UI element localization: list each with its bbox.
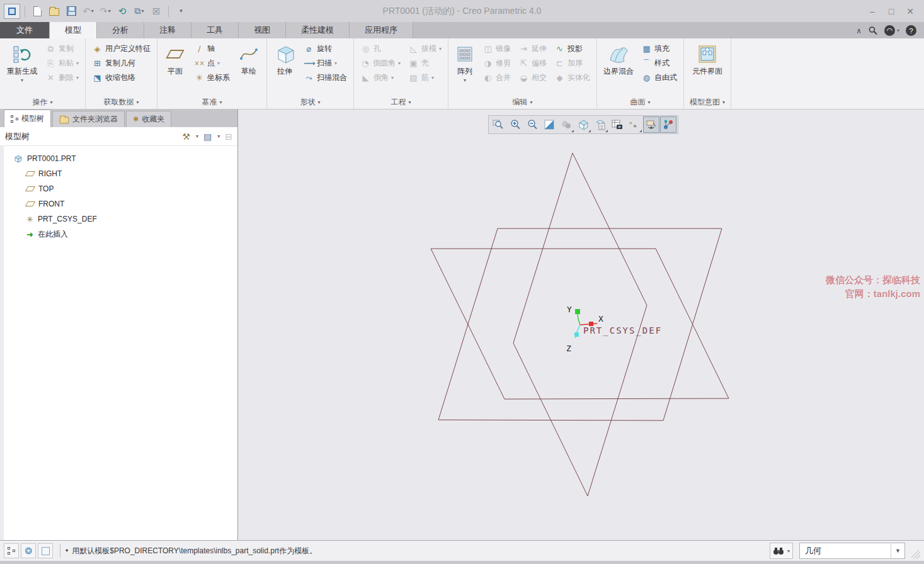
spin-center-icon[interactable]: [660, 116, 676, 133]
tree-show-icon[interactable]: ⊟: [225, 132, 232, 142]
tree-item-csys[interactable]: ✳ PRT_CSYS_DEF: [10, 212, 237, 227]
tab-model[interactable]: 模型: [50, 22, 97, 38]
annotation-display-icon[interactable]: [643, 116, 659, 133]
show-panel-button[interactable]: [38, 543, 53, 558]
close-button[interactable]: ✕: [905, 6, 915, 16]
point-button[interactable]: ××点▾: [191, 56, 232, 70]
display-style-icon[interactable]: [558, 116, 574, 133]
swept-blend-button[interactable]: ⤳扫描混合: [301, 70, 350, 85]
hole-button[interactable]: ◎孔: [358, 42, 403, 56]
zoom-in-icon[interactable]: [507, 116, 523, 133]
round-button[interactable]: ◔倒圆角▾: [358, 56, 403, 70]
group-label-operations[interactable]: 操作▾: [0, 95, 85, 109]
view-manager-icon[interactable]: [592, 116, 608, 133]
boundary-blend-button[interactable]: 边界混合: [601, 42, 636, 77]
tab-applications[interactable]: 应用程序: [350, 22, 413, 38]
sweep-button[interactable]: ⟿扫描▾: [301, 56, 350, 70]
filter-combobox[interactable]: 几何 ▼: [799, 543, 905, 559]
tree-item-front[interactable]: FRONT: [10, 196, 237, 212]
tab-favorites[interactable]: ✱ 收藏夹: [126, 111, 171, 127]
group-label-shapes[interactable]: 形状▾: [267, 95, 353, 109]
group-label-model-intent[interactable]: 模型意图▾: [684, 95, 731, 109]
draft-button[interactable]: ◺拔模▾: [406, 42, 444, 56]
tree-item-insert-here[interactable]: ➜ 在此插入: [10, 227, 237, 242]
plane-button[interactable]: 平面: [161, 42, 189, 77]
tab-folder-browser[interactable]: 文件夹浏览器: [52, 111, 125, 127]
capture-image-icon[interactable]: [609, 116, 625, 133]
axis-button[interactable]: ∕轴: [191, 42, 232, 56]
save-button[interactable]: [64, 4, 79, 18]
filter-dropdown-arrow[interactable]: ▼: [891, 543, 904, 558]
freestyle-button[interactable]: ◍自由式: [639, 70, 680, 85]
repaint-icon[interactable]: [541, 116, 557, 133]
saved-orientations-icon[interactable]: [575, 116, 591, 133]
tab-analysis[interactable]: 分析: [97, 22, 144, 38]
extend-button[interactable]: ⇥延伸: [516, 42, 549, 56]
project-button[interactable]: ∿投影: [552, 42, 593, 56]
offset-button[interactable]: ⇱偏移: [516, 56, 549, 70]
delete-button[interactable]: ✕删除▾: [43, 70, 81, 85]
redo-button[interactable]: ↷▾: [98, 4, 113, 18]
copy-button[interactable]: ⧉复制: [43, 42, 81, 56]
tree-item-right[interactable]: RIGHT: [10, 166, 237, 181]
paste-button[interactable]: ⎘粘贴▾: [43, 56, 81, 70]
tab-file[interactable]: 文件: [0, 22, 50, 38]
resource-center-icon[interactable]: ◠: [884, 25, 895, 36]
csys-marker[interactable]: Y X Z PRT_CSYS_DEF: [566, 305, 662, 353]
tab-flexible-modeling[interactable]: 柔性建模: [286, 22, 350, 38]
tab-view[interactable]: 视图: [239, 22, 286, 38]
open-file-button[interactable]: [47, 4, 62, 18]
shell-button[interactable]: ▣壳: [406, 56, 444, 70]
group-label-get-data[interactable]: 获取数据▾: [86, 95, 157, 109]
tab-model-tree[interactable]: 模型树: [4, 110, 51, 127]
model-tree-toggle-button[interactable]: [4, 543, 19, 558]
datum-display-icon[interactable]: ✕✳: [626, 116, 642, 133]
new-file-button[interactable]: [30, 4, 45, 18]
maximize-button[interactable]: □: [886, 6, 896, 16]
tree-item-top[interactable]: TOP: [10, 181, 237, 196]
csys-z-handle[interactable]: [574, 332, 579, 337]
style-button[interactable]: ⌒样式: [639, 56, 680, 70]
extrude-button[interactable]: 拉伸: [271, 42, 299, 77]
chamfer-button[interactable]: ◣倒角▾: [358, 70, 403, 85]
app-logo-icon[interactable]: [4, 4, 20, 19]
fill-button[interactable]: ▦填充: [639, 42, 680, 56]
resize-grip[interactable]: [911, 550, 920, 559]
tree-filters-icon[interactable]: ▤: [203, 132, 212, 142]
mirror-button[interactable]: ◫镜像: [480, 42, 513, 56]
revolve-button[interactable]: ⌀旋转: [301, 42, 350, 56]
web-browser-button[interactable]: ❂: [21, 543, 36, 558]
regenerate-button[interactable]: 重新生成 ▾: [4, 42, 40, 83]
solidify-button[interactable]: ◆实体化: [552, 70, 593, 85]
minimize-button[interactable]: –: [867, 6, 877, 16]
merge-button[interactable]: ◐合并: [480, 70, 513, 85]
tree-item-part[interactable]: PRT0001.PRT: [10, 151, 237, 166]
graphics-area[interactable]: Y X Z PRT_CSYS_DEF ✕✳ 微信公众号：探临科技 官网：tanl…: [238, 110, 924, 540]
rib-button[interactable]: ▨筋▾: [406, 70, 444, 85]
sketch-button[interactable]: 草绘: [235, 42, 263, 77]
zoom-region-icon[interactable]: [490, 116, 506, 133]
group-label-datum[interactable]: 基准▾: [157, 95, 266, 109]
tab-tools[interactable]: 工具: [191, 22, 239, 38]
find-button[interactable]: ▾: [770, 543, 793, 559]
zoom-out-icon[interactable]: [524, 116, 540, 133]
shrinkwrap-button[interactable]: ⬔收缩包络: [89, 70, 153, 85]
find-dropdown-arrow[interactable]: ▾: [787, 548, 790, 554]
regenerate-quick-button[interactable]: ⟲: [115, 4, 130, 18]
group-label-engineering[interactable]: 工程▾: [354, 95, 448, 109]
window-switch-button[interactable]: ⧉▾: [132, 4, 147, 18]
trim-button[interactable]: ◑修剪: [480, 56, 513, 70]
collapse-ribbon-icon[interactable]: ∧: [856, 26, 862, 35]
undo-button[interactable]: ↶▾: [81, 4, 96, 18]
search-icon[interactable]: [868, 26, 878, 36]
customize-toolbar-button[interactable]: ▼: [173, 4, 188, 18]
csys-button[interactable]: ✳坐标系: [191, 70, 232, 85]
tree-settings-icon[interactable]: ⚒: [182, 132, 190, 142]
help-icon[interactable]: ?: [906, 25, 916, 36]
thicken-button[interactable]: ⊏加厚: [552, 56, 593, 70]
group-label-surfaces[interactable]: 曲面▾: [597, 95, 683, 109]
csys-y-handle[interactable]: [575, 309, 580, 314]
copy-geometry-button[interactable]: ⊞复制几何: [89, 56, 153, 70]
component-interface-button[interactable]: 元件界面: [688, 42, 727, 77]
group-label-editing[interactable]: 编辑▾: [448, 95, 596, 109]
